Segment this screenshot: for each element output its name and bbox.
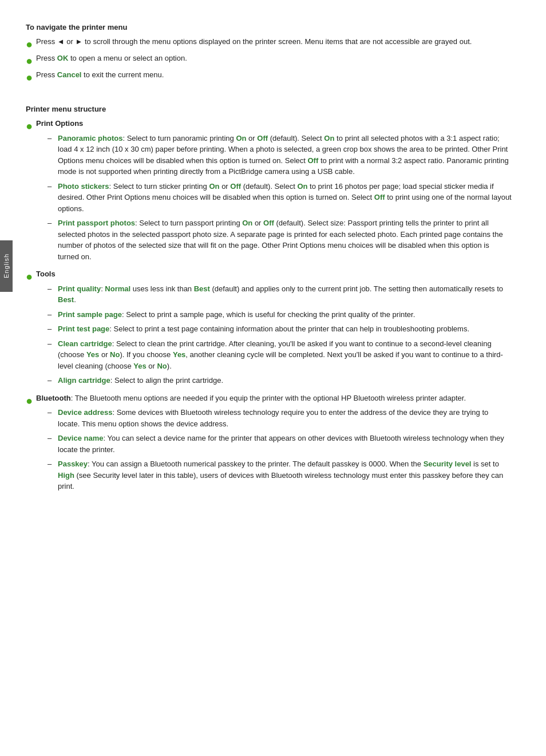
print-options-subitems: – Panoramic photos: Select to turn panor…	[48, 133, 512, 263]
device-name-item: Device name: You can select a device nam…	[58, 433, 512, 455]
panoramic-item: Panoramic photos: Select to turn panoram…	[58, 133, 512, 177]
passkey-item: Passkey: You can assign a Bluetooth nume…	[58, 458, 512, 492]
passport-keyword: Print passport photos	[58, 219, 135, 227]
bullet-icon: ●	[26, 38, 36, 50]
device-address-keyword: Device address	[58, 408, 112, 417]
clean-cartridge-item: Clean cartridge: Select to clean the pri…	[58, 338, 512, 372]
list-item: ● Press OK to open a menu or select an o…	[26, 53, 512, 66]
list-item: ● Tools – Print quality: Normal uses les…	[26, 268, 512, 390]
yes-kw3: Yes	[133, 362, 146, 370]
list-item: ● Press ◄ or ► to scroll through the men…	[26, 36, 512, 50]
on-kw: On	[236, 134, 246, 143]
on-kw4: On	[297, 182, 307, 191]
no-kw2: No	[157, 362, 167, 370]
list-item: – Print test page: Select to print a tes…	[48, 323, 512, 335]
list-item: – Print quality: Normal uses less ink th…	[48, 283, 512, 306]
no-kw: No	[110, 350, 120, 359]
list-item: – Panoramic photos: Select to turn panor…	[48, 133, 512, 177]
off-kw3: Off	[230, 182, 241, 191]
dash-icon: –	[48, 323, 58, 335]
sample-page-keyword: Print sample page	[58, 310, 122, 319]
dash-icon: –	[48, 458, 58, 470]
test-page-item: Print test page: Select to print a test …	[58, 323, 512, 335]
normal-kw: Normal	[105, 284, 130, 293]
side-tab-label: English	[3, 254, 10, 278]
stickers-item: Photo stickers: Select to turn sticker p…	[58, 181, 512, 215]
print-quality-keyword: Print quality	[58, 284, 101, 293]
best-kw: Best	[194, 284, 210, 293]
nav-bullet-3: Press Cancel to exit the current menu.	[36, 69, 512, 81]
device-name-keyword: Device name	[58, 434, 104, 442]
device-address-item: Device address: Some devices with Blueto…	[58, 407, 512, 429]
panoramic-keyword: Panoramic photos	[58, 134, 122, 143]
side-tab: English	[0, 240, 13, 292]
bullet-icon: ●	[26, 55, 36, 66]
on-kw5: On	[242, 219, 252, 227]
dash-icon: –	[48, 181, 58, 192]
yes-kw2: Yes	[173, 350, 185, 359]
off-kw2: Off	[307, 156, 318, 165]
ok-keyword: OK	[57, 54, 69, 62]
off-kw5: Off	[263, 219, 274, 227]
navigate-heading: To navigate the printer menu	[26, 23, 512, 31]
bullet-icon: ●	[26, 72, 36, 83]
dash-icon: –	[48, 407, 58, 418]
dash-icon: –	[48, 283, 58, 295]
passkey-keyword: Passkey	[58, 460, 88, 468]
list-item: ● Press Cancel to exit the current menu.	[26, 69, 512, 83]
list-item: – Print passport photos: Select to turn …	[48, 217, 512, 262]
print-options-section: Print Options – Panoramic photos: Select…	[36, 118, 512, 266]
high-keyword: High	[58, 471, 74, 480]
off-kw: Off	[257, 134, 268, 143]
on-kw3: On	[209, 182, 219, 191]
stickers-keyword: Photo stickers	[58, 182, 109, 191]
list-item: – Photo stickers: Select to turn sticker…	[48, 181, 512, 215]
clean-cartridge-keyword: Clean cartridge	[58, 339, 112, 348]
dash-icon: –	[48, 217, 58, 229]
dash-icon: –	[48, 375, 58, 386]
dash-icon: –	[48, 133, 58, 144]
bluetooth-section: Bluetooth: The Bluetooth menu options ar…	[36, 393, 512, 496]
navigate-bullets: ● Press ◄ or ► to scroll through the men…	[26, 36, 512, 83]
bullet-icon: ●	[26, 395, 36, 406]
list-item: – Device name: You can select a device n…	[48, 433, 512, 455]
bullet-icon: ●	[26, 120, 36, 132]
list-item: ● Print Options – Panoramic photos: Sele…	[26, 118, 512, 266]
on-kw2: On	[324, 134, 334, 143]
bluetooth-label: Bluetooth	[36, 394, 71, 402]
test-page-keyword: Print test page	[58, 324, 109, 333]
bluetooth-subitems: – Device address: Some devices with Blue…	[48, 407, 512, 492]
cancel-keyword: Cancel	[57, 70, 82, 79]
off-kw4: Off	[374, 193, 385, 201]
list-item: – Passkey: You can assign a Bluetooth nu…	[48, 458, 512, 492]
tools-label: Tools	[36, 270, 56, 278]
list-item: ● Bluetooth: The Bluetooth menu options …	[26, 393, 512, 496]
bullet-icon: ●	[26, 271, 36, 282]
best-kw2: Best	[58, 295, 74, 304]
print-quality-item: Print quality: Normal uses less ink than…	[58, 283, 512, 306]
list-item: – Print sample page: Select to print a s…	[48, 309, 512, 320]
main-content: To navigate the printer menu ● Press ◄ o…	[26, 23, 512, 533]
list-item: – Device address: Some devices with Blue…	[48, 407, 512, 429]
security-level-keyword: Security level	[424, 460, 472, 468]
list-item: – Align cartridge: Select to align the p…	[48, 375, 512, 386]
list-item: – Clean cartridge: Select to clean the p…	[48, 338, 512, 372]
print-options-label: Print Options	[36, 119, 83, 128]
tools-section: Tools – Print quality: Normal uses less …	[36, 268, 512, 390]
menu-structure-heading: Printer menu structure	[26, 105, 512, 113]
nav-bullet-2: Press OK to open a menu or select an opt…	[36, 53, 512, 64]
dash-icon: –	[48, 309, 58, 320]
dash-icon: –	[48, 433, 58, 444]
page-container: English To navigate the printer menu ● P…	[0, 23, 546, 756]
passport-item: Print passport photos: Select to turn pa…	[58, 217, 512, 262]
align-cartridge-item: Align cartridge: Select to align the pri…	[58, 375, 512, 386]
sample-page-item: Print sample page: Select to print a sam…	[58, 309, 512, 320]
menu-structure-list: ● Print Options – Panoramic photos: Sele…	[26, 118, 512, 496]
dash-icon: –	[48, 338, 58, 350]
tools-subitems: – Print quality: Normal uses less ink th…	[48, 283, 512, 386]
nav-bullet-1: Press ◄ or ► to scroll through the menu …	[36, 36, 512, 48]
align-cartridge-keyword: Align cartridge	[58, 376, 110, 385]
yes-kw: Yes	[86, 350, 99, 359]
